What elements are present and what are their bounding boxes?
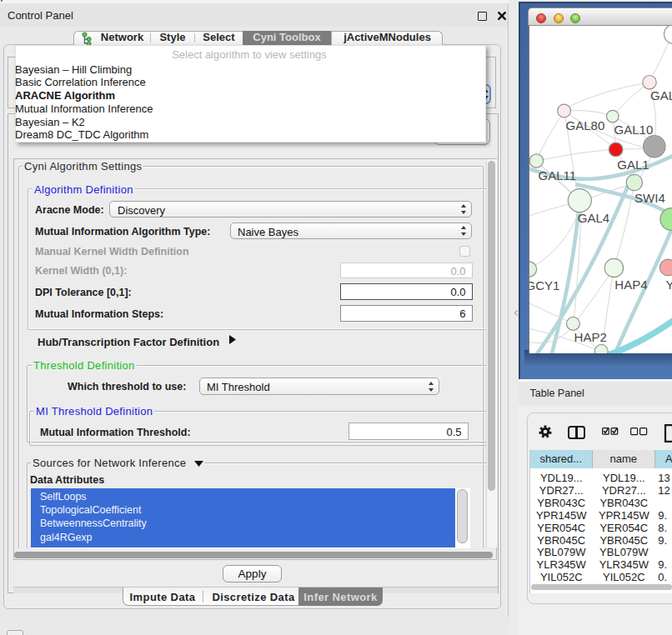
svg-text:HAP2: HAP2 bbox=[574, 330, 606, 344]
svg-text:SWI4: SWI4 bbox=[634, 191, 665, 205]
svg-text:GAL11: GAL11 bbox=[538, 168, 576, 182]
svg-text:GCY1: GCY1 bbox=[529, 278, 559, 292]
svg-text:GAL2: GAL2 bbox=[650, 88, 672, 102]
svg-text:Y: Y bbox=[665, 278, 672, 292]
svg-text:GAL10: GAL10 bbox=[614, 122, 653, 137]
svg-text:HAP4: HAP4 bbox=[614, 278, 647, 292]
svg-text:GAL80: GAL80 bbox=[565, 118, 604, 132]
svg-text:GAL4: GAL4 bbox=[577, 211, 609, 225]
svg-text:GAL1: GAL1 bbox=[617, 158, 649, 172]
